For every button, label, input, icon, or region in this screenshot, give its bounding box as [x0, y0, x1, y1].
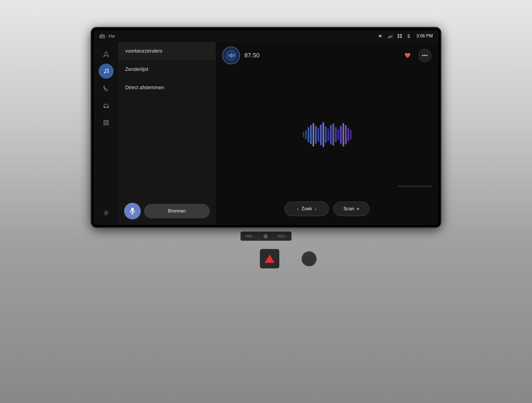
station-frequency: 87.50 — [244, 52, 396, 59]
svg-point-23 — [105, 212, 107, 214]
car-icon — [103, 103, 109, 108]
heart-icon — [404, 52, 411, 58]
svg-marker-14 — [103, 52, 108, 57]
waveform-bar — [342, 123, 344, 147]
svg-rect-30 — [231, 53, 232, 58]
svg-rect-21 — [104, 123, 105, 125]
svg-point-1 — [101, 36, 102, 37]
bottom-controls: ‹ Zoek › Scan — [222, 202, 432, 220]
favorite-button[interactable] — [401, 48, 415, 62]
zoek-button[interactable]: ‹ Zoek › — [285, 202, 329, 216]
svg-rect-6 — [388, 37, 389, 38]
waveform-bar — [350, 130, 352, 140]
prev-arrow: ‹ — [297, 206, 299, 212]
vol-plus-button[interactable]: VOL+ — [272, 232, 292, 240]
waveform-bar — [313, 123, 314, 147]
svg-rect-24 — [131, 208, 134, 212]
waveform-bar — [335, 127, 337, 142]
status-bar: FM — [94, 30, 438, 42]
radio-icon — [99, 34, 105, 38]
waveform-bar — [328, 129, 329, 141]
scan-label: Scan — [344, 206, 354, 212]
svg-point-35 — [426, 55, 428, 56]
music-icon — [103, 68, 109, 74]
physical-controls: VOL- ⏻ VOL+ — [241, 232, 292, 241]
clock: 3:06 PM — [416, 34, 433, 38]
svg-point-34 — [424, 55, 426, 56]
rotary-knob[interactable] — [301, 251, 317, 266]
station-icon — [222, 47, 240, 64]
waveform-bar — [303, 132, 304, 137]
svg-rect-9 — [392, 34, 393, 38]
svg-point-15 — [104, 72, 106, 73]
svg-rect-7 — [390, 36, 390, 38]
menu-item-zenderlijst[interactable]: Zenderlijst — [119, 60, 215, 79]
audio-waveform — [303, 124, 352, 146]
sidebar-item-phone[interactable] — [99, 81, 114, 96]
waveform-bar — [310, 125, 312, 144]
svg-marker-5 — [379, 34, 381, 38]
svg-rect-19 — [104, 120, 105, 122]
spacer-left — [216, 257, 238, 260]
svg-rect-31 — [232, 53, 233, 57]
source-label: FM — [109, 34, 115, 38]
svg-rect-8 — [391, 35, 392, 38]
hazard-triangle-icon — [265, 255, 275, 263]
main-content: voorkeurzenders Zenderlijst Direct afste… — [94, 42, 438, 225]
audio-wave-icon — [226, 50, 236, 60]
waveform-bar — [340, 126, 342, 144]
waveform-bar — [330, 125, 332, 144]
power-button[interactable]: ⏻ — [259, 232, 272, 241]
svg-rect-32 — [234, 54, 235, 57]
menu-grid-icon — [397, 34, 402, 38]
gracenote-label: Powered by Gracenote® — [398, 184, 432, 188]
station-actions — [401, 48, 432, 62]
waveform-bar — [337, 129, 339, 140]
station-row: 87.50 — [222, 47, 432, 64]
more-dots-icon — [422, 55, 428, 56]
zoek-label: Zoek — [301, 206, 312, 212]
waveform-bar — [345, 125, 347, 144]
svg-rect-29 — [230, 53, 231, 57]
waveform-bar — [305, 130, 307, 140]
svg-rect-13 — [400, 36, 402, 38]
waveform-bar — [347, 128, 349, 142]
menu-panel: voorkeurzenders Zenderlijst Direct afste… — [119, 42, 216, 225]
hazard-button[interactable] — [260, 249, 279, 268]
more-options-button[interactable] — [418, 48, 432, 62]
status-icons: 3:06 PM — [378, 34, 433, 38]
svg-rect-10 — [398, 34, 399, 36]
waveform-bar — [323, 122, 324, 147]
waveform-bar — [318, 128, 319, 142]
content-area: 87.50 — [216, 42, 438, 225]
waveform-bar — [320, 124, 322, 145]
volume-icon — [378, 34, 383, 38]
sources-button[interactable]: Bronnen — [144, 204, 210, 218]
menu-item-direct-afstemmen[interactable]: Direct afstemmen — [119, 79, 215, 97]
waveform-area: Powered by Gracenote® — [222, 68, 432, 202]
sidebar-item-car[interactable] — [99, 98, 114, 113]
settings-icon — [103, 210, 109, 216]
sidebar-item-music[interactable] — [99, 64, 114, 79]
waveform-bar — [325, 126, 327, 143]
svg-rect-12 — [398, 36, 399, 38]
bottom-physical-area — [216, 249, 317, 268]
sidebar-item-settings[interactable] — [99, 206, 114, 220]
svg-point-33 — [422, 55, 424, 56]
apps-icon — [103, 120, 109, 126]
waveform-bar — [315, 126, 317, 144]
scan-button[interactable]: Scan — [333, 202, 369, 216]
next-arrow: › — [315, 206, 316, 212]
scan-dot-indicator — [357, 208, 359, 210]
screen-bezel: FM — [91, 28, 441, 227]
menu-item-voorkeurzenders[interactable]: voorkeurzenders — [119, 42, 215, 60]
mic-button[interactable] — [124, 203, 141, 219]
svg-rect-22 — [106, 123, 108, 125]
sidebar-item-apps[interactable] — [99, 115, 114, 130]
sidebar-item-navigation[interactable] — [99, 47, 114, 61]
waveform-bar — [332, 124, 334, 146]
svg-rect-11 — [400, 34, 402, 36]
volume-control-group: VOL- ⏻ VOL+ — [241, 232, 292, 241]
vol-minus-button[interactable]: VOL- — [241, 232, 259, 240]
svg-point-16 — [107, 71, 108, 73]
